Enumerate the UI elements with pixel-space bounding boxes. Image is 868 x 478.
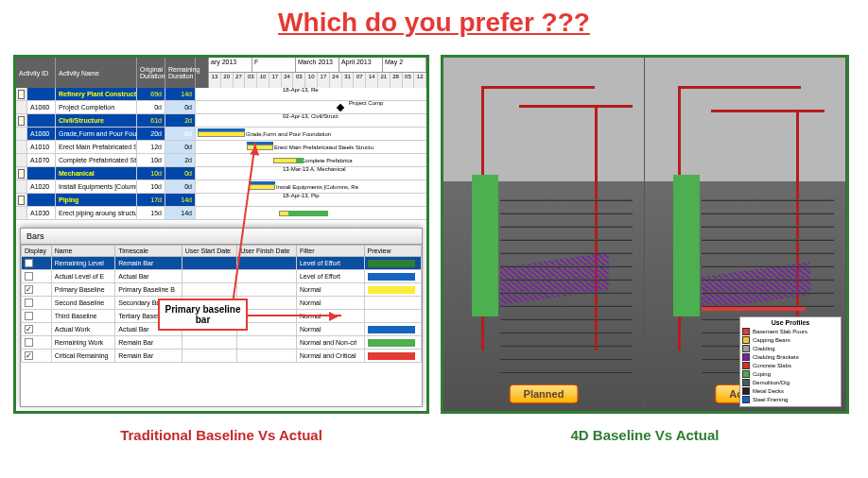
expand-toggle[interactable]: − bbox=[16, 88, 27, 100]
col-rem-duration[interactable]: Remaining Duration bbox=[165, 58, 196, 88]
expand-toggle[interactable] bbox=[16, 154, 27, 166]
floor-slab bbox=[702, 199, 834, 201]
display-checkbox[interactable] bbox=[25, 338, 33, 347]
cell-orig: 10d bbox=[137, 167, 165, 179]
gantt-row[interactable]: A1010Erect Main Prefabricated Ste12d0dEr… bbox=[16, 141, 426, 154]
bars-cell bbox=[237, 336, 297, 350]
legend-label: Concrete Slabs bbox=[753, 363, 791, 368]
day-cell: 10 bbox=[257, 73, 269, 88]
bars-row[interactable]: Critical RemainingRemain BarNormal and C… bbox=[22, 350, 422, 363]
cell-name: Install Equipments [Columns bbox=[56, 180, 137, 193]
floor-slab bbox=[702, 252, 834, 254]
bars-cell: Third Baseline bbox=[51, 310, 115, 323]
expand-toggle[interactable] bbox=[16, 180, 27, 193]
cell-rem: 2d bbox=[165, 114, 196, 127]
col-sch[interactable] bbox=[196, 58, 209, 88]
cell-orig: 12d bbox=[137, 141, 165, 153]
display-checkbox[interactable] bbox=[25, 325, 33, 333]
bar-area: Complete Prefabrica bbox=[196, 154, 426, 166]
floor-slab bbox=[500, 305, 633, 307]
bars-col-header[interactable]: Display bbox=[22, 246, 52, 257]
day-cell: 24 bbox=[330, 73, 342, 88]
bars-cell: Remain Bar bbox=[115, 350, 182, 363]
crane-arm bbox=[711, 110, 825, 112]
bars-col-header[interactable]: Name bbox=[51, 246, 115, 257]
day-cell: 14 bbox=[366, 73, 378, 88]
gantt-row[interactable]: A1060Project Completion0d0dProject Comp bbox=[16, 101, 426, 114]
col-activity-id[interactable]: Activity ID bbox=[16, 58, 56, 88]
bar-area: Install Equipments [Columns, Re bbox=[196, 180, 426, 193]
gantt-row[interactable]: −Piping17d14d18-Apr-13, Pip bbox=[16, 194, 426, 207]
floor-slab bbox=[500, 199, 633, 201]
gantt-chart: Activity ID Activity Name Original Durat… bbox=[13, 55, 429, 414]
4d-actual-view[interactable]: Actual Use Profiles Basement Slab PoursC… bbox=[645, 58, 846, 411]
planned-button[interactable]: Planned bbox=[510, 384, 579, 403]
caption-traditional: Traditional Baseline Vs Actual bbox=[13, 427, 429, 443]
expand-toggle[interactable] bbox=[16, 141, 27, 153]
bars-col-header[interactable]: User Start Date bbox=[182, 246, 237, 257]
display-checkbox[interactable] bbox=[25, 299, 33, 307]
bars-row[interactable]: Remaining WorkRemain BarNormal and Non-c… bbox=[22, 336, 422, 350]
display-checkbox[interactable] bbox=[25, 351, 33, 360]
display-checkbox[interactable] bbox=[25, 312, 33, 320]
cell-orig: 69d bbox=[137, 88, 165, 100]
cell-name: Grade,Form and Pour Found bbox=[56, 128, 137, 140]
bars-row[interactable]: Actual Level of EActual BarLevel of Effo… bbox=[22, 270, 422, 283]
4d-planned-view[interactable]: Planned bbox=[443, 58, 645, 411]
floor-slab bbox=[702, 239, 834, 241]
bars-col-header[interactable]: Filter bbox=[296, 246, 364, 257]
legend-swatch bbox=[742, 353, 750, 361]
cell-id: A1010 bbox=[27, 141, 56, 153]
day-cell: 21 bbox=[378, 73, 391, 88]
bars-col-header[interactable]: User Finish Date bbox=[237, 246, 297, 257]
floor-slab bbox=[702, 226, 834, 228]
preview-swatch bbox=[368, 339, 415, 347]
bars-cell bbox=[237, 270, 297, 283]
floor-slab bbox=[500, 213, 633, 214]
bars-row[interactable]: Primary BaselinePrimary Baseline BNormal bbox=[22, 283, 422, 297]
gantt-row[interactable]: −Refinery Plant Constructio69d14d18-Apr-… bbox=[16, 88, 426, 101]
day-cell: 10 bbox=[305, 73, 318, 88]
crane-arm bbox=[678, 86, 801, 89]
cell-name: Project Completion bbox=[56, 101, 137, 113]
green-facade bbox=[472, 175, 498, 316]
bars-col-header[interactable]: Timescale bbox=[115, 246, 182, 257]
expand-toggle[interactable] bbox=[16, 207, 27, 219]
expand-toggle[interactable]: − bbox=[16, 167, 27, 179]
gantt-row[interactable]: A1030Erect piping aroung structure15d14d… bbox=[16, 207, 426, 220]
gantt-row[interactable]: −Civil/Structure61d2d02-Apr-13, Civil/St… bbox=[16, 114, 426, 128]
cell-id: A1020 bbox=[27, 180, 56, 193]
legend-title: Use Profiles bbox=[742, 319, 839, 326]
expand-toggle[interactable] bbox=[16, 128, 27, 140]
col-orig-duration[interactable]: Original Duration bbox=[137, 58, 165, 88]
col-activity-name[interactable]: Activity Name bbox=[56, 58, 137, 88]
bar-area: Erect piping a bbox=[196, 207, 426, 219]
gantt-row[interactable]: A1070Complete Prefabricated Stee10d2dCom… bbox=[16, 154, 426, 167]
cell-name: Civil/Structure bbox=[56, 114, 137, 127]
bars-cell: Normal bbox=[296, 323, 364, 336]
gantt-row[interactable]: −Mechanical10d0d13-Mar-13 A, Mechanical bbox=[16, 167, 426, 180]
bars-col-header[interactable]: Preview bbox=[364, 246, 421, 257]
day-cell: 17 bbox=[269, 73, 282, 88]
display-checkbox[interactable] bbox=[25, 285, 33, 294]
cell-id: A1000 bbox=[27, 128, 56, 140]
day-cell: 03 bbox=[293, 73, 305, 88]
cell-rem: 14d bbox=[165, 88, 196, 100]
bars-row[interactable]: Remaining LevelRemain BarLevel of Effort bbox=[22, 257, 422, 270]
display-checkbox[interactable] bbox=[25, 259, 33, 267]
cell-name: Piping bbox=[56, 194, 137, 206]
expand-toggle[interactable] bbox=[16, 101, 27, 113]
expand-toggle[interactable]: − bbox=[16, 194, 27, 206]
month-cell: F bbox=[252, 58, 296, 72]
gantt-row[interactable]: A1000Grade,Form and Pour Found20d0dGrade… bbox=[16, 128, 426, 141]
bars-cell bbox=[237, 257, 297, 270]
expand-toggle[interactable]: − bbox=[16, 114, 27, 127]
day-cell: 28 bbox=[391, 73, 403, 88]
floor-slab bbox=[702, 213, 834, 214]
legend-item: Basement Slab Pours bbox=[742, 328, 839, 335]
display-checkbox[interactable] bbox=[25, 272, 33, 281]
month-cell: March 2013 bbox=[296, 58, 339, 72]
bars-cell: Primary Baseline bbox=[51, 283, 115, 297]
gantt-row[interactable]: A1020Install Equipments [Columns10d0dIns… bbox=[16, 180, 426, 194]
legend-label: Cladding Brackets bbox=[753, 354, 799, 360]
